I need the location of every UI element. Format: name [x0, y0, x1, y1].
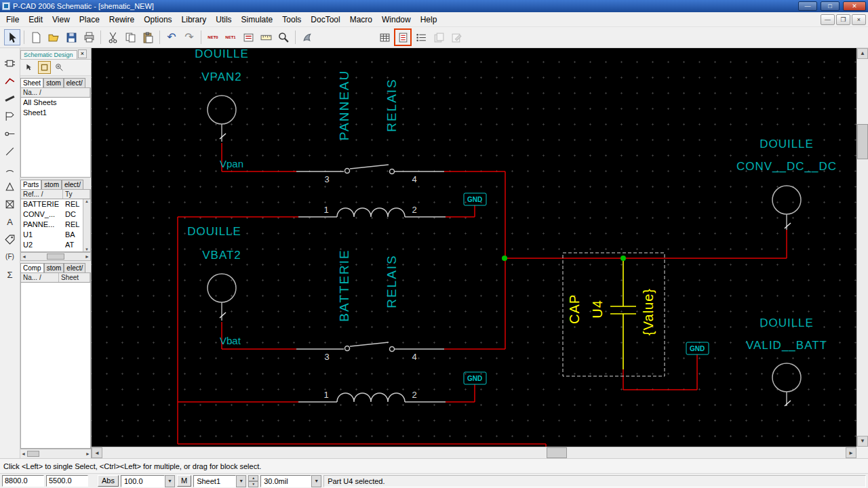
table-row[interactable]: PANNE...REL — [21, 220, 90, 230]
print-button[interactable] — [81, 29, 97, 45]
record-macro-button[interactable] — [299, 29, 315, 45]
place-ieee-symbol-icon[interactable]: Σ — [2, 266, 18, 283]
y-coordinate-field[interactable]: 5500.0 — [46, 475, 88, 487]
menu-view[interactable]: View — [47, 13, 75, 26]
menu-utils[interactable]: Utils — [211, 13, 236, 26]
scroll-down-icon[interactable]: ▼ — [857, 436, 868, 447]
chevron-down-icon[interactable]: ▼ — [311, 475, 321, 487]
select-tool-button[interactable] — [4, 29, 20, 45]
bom-button-active[interactable] — [394, 28, 412, 46]
mdi-minimize-button[interactable]: — — [821, 14, 835, 25]
place-part-icon[interactable] — [2, 55, 18, 71]
parts-grid-header[interactable]: Ref... / Ty — [20, 189, 91, 199]
grid-combo[interactable]: 30.0mil ▼ — [260, 475, 321, 487]
place-text-icon[interactable]: A — [2, 214, 18, 230]
tab-select[interactable]: elect/ — [64, 263, 85, 272]
place-bus-icon[interactable] — [2, 90, 18, 106]
table-row[interactable]: CONV_...DC — [21, 209, 90, 220]
menu-help[interactable]: Help — [416, 13, 442, 26]
parts-horizontal-scrollbar[interactable]: ◄► — [20, 252, 91, 261]
minimize-button[interactable]: — — [798, 1, 817, 11]
abs-rel-button[interactable]: Abs — [98, 475, 119, 487]
table-row[interactable]: U2AT — [21, 240, 90, 250]
components-grid-header[interactable]: Na... / Sheet — [20, 272, 91, 283]
tab-select[interactable]: elect/ — [64, 78, 85, 87]
spinner-down-icon[interactable]: ▼ — [248, 481, 258, 487]
place-field-icon[interactable]: (F) — [2, 249, 18, 265]
horizontal-scroll-thumb[interactable] — [547, 447, 567, 458]
place-attribute-icon[interactable] — [2, 231, 18, 247]
schematic-canvas[interactable]: CAP U4 {Value} GND GND GND 3 4 1 2 3 4 — [92, 48, 856, 447]
sheets-grid-header[interactable]: Na... / — [20, 87, 91, 98]
vertical-scroll-thumb[interactable] — [857, 124, 868, 159]
list-report-button[interactable] — [413, 29, 429, 45]
menu-edit[interactable]: Edit — [24, 13, 47, 26]
relay-switch-1-symbol[interactable] — [296, 165, 444, 174]
list-item[interactable]: All Sheets — [21, 98, 90, 108]
list-item[interactable]: Sheet1 — [21, 108, 90, 118]
tab-parts[interactable]: Parts — [20, 180, 41, 189]
relay-coil-1-symbol[interactable] — [298, 208, 446, 217]
panel-close-icon[interactable]: × — [78, 49, 87, 58]
new-file-button[interactable] — [28, 29, 44, 45]
panel-select-mode-icon[interactable] — [23, 61, 36, 74]
relay-switch-2-symbol[interactable] — [296, 342, 444, 352]
menu-doctool[interactable]: DocTool — [306, 13, 344, 26]
table-row[interactable]: BATTERIEREL — [21, 199, 90, 209]
macro-record-button[interactable]: M — [177, 475, 191, 487]
open-file-button[interactable] — [45, 29, 62, 45]
menu-window[interactable]: Window — [377, 13, 416, 26]
scroll-right-icon[interactable]: ► — [846, 447, 856, 458]
vertical-scrollbar[interactable]: ▲ ▼ — [856, 48, 868, 447]
place-polygon-icon[interactable] — [2, 178, 18, 195]
components-list[interactable] — [20, 283, 91, 449]
scroll-left-icon[interactable]: ◄ — [92, 447, 102, 458]
tab-sheets[interactable]: Sheet — [20, 78, 43, 87]
mdi-close-button[interactable]: × — [852, 14, 866, 25]
place-wire-icon[interactable] — [2, 73, 18, 89]
place-arc-icon[interactable] — [2, 161, 18, 177]
sheets-button-disabled[interactable] — [431, 29, 447, 45]
sheet-combo[interactable]: Sheet1 ▼ — [193, 475, 246, 487]
capacitor-u4-selected[interactable]: CAP U4 {Value} — [563, 253, 665, 376]
undo-button[interactable]: ↶ — [163, 29, 180, 45]
measure-button[interactable] — [258, 29, 274, 45]
chevron-down-icon[interactable]: ▼ — [236, 475, 246, 487]
annotate-button-disabled[interactable] — [448, 29, 465, 45]
menu-tools[interactable]: Tools — [277, 13, 306, 26]
close-button[interactable]: ✕ — [843, 1, 866, 11]
spreadsheet-button[interactable] — [376, 29, 393, 45]
zoom-button[interactable] — [275, 29, 292, 45]
tab-components[interactable]: Comp — [20, 263, 44, 272]
net0-tool-button[interactable]: NET0 — [205, 29, 221, 45]
socket-valid-batt-symbol[interactable] — [772, 363, 801, 406]
menu-library[interactable]: Library — [177, 13, 212, 26]
save-button[interactable] — [63, 29, 79, 45]
tab-custom[interactable]: stom — [43, 78, 64, 87]
panel-highlight-mode-icon[interactable] — [38, 61, 51, 74]
place-ref-point-icon[interactable] — [2, 196, 18, 212]
net-wires[interactable] — [178, 143, 787, 447]
mdi-restore-button[interactable]: ❐ — [836, 14, 850, 25]
socket-vbat2-symbol[interactable] — [208, 274, 236, 321]
place-pin-icon[interactable] — [2, 125, 18, 142]
sheet-spinner[interactable]: ▲▼ — [248, 475, 258, 487]
rename-nets-button[interactable] — [240, 29, 256, 45]
panel-zoom-mode-icon[interactable] — [53, 61, 66, 74]
menu-simulate[interactable]: Simulate — [237, 13, 278, 26]
tab-custom[interactable]: stom — [44, 263, 64, 272]
menu-options[interactable]: Options — [139, 13, 176, 26]
gnd-port-3[interactable]: GND — [686, 342, 709, 354]
redo-button[interactable]: ↷ — [181, 29, 197, 45]
copy-button[interactable] — [122, 29, 138, 45]
tab-select[interactable]: elect/ — [62, 180, 83, 189]
place-line-icon[interactable] — [2, 143, 18, 159]
socket-vpan2-symbol[interactable] — [208, 96, 236, 142]
socket-conv-dc-dc-symbol[interactable] — [772, 186, 801, 230]
zoom-combo[interactable]: 100.0 ▼ — [121, 475, 175, 487]
tab-custom[interactable]: stom — [41, 180, 62, 189]
cut-button[interactable] — [104, 29, 121, 45]
table-row[interactable]: U1BA — [21, 230, 90, 240]
chevron-down-icon[interactable]: ▼ — [165, 475, 175, 487]
net1-tool-button[interactable]: NET1 — [222, 29, 239, 45]
